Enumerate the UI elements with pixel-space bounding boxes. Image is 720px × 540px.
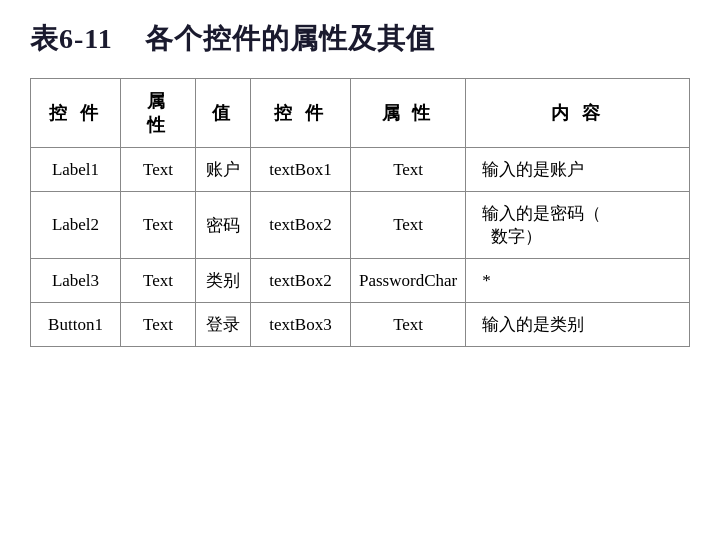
table-body: Label1Text账户textBox1Text输入的是账户Label2Text… (31, 148, 690, 347)
cell-attr: Text (121, 259, 196, 303)
cell-val: 密码 (196, 192, 251, 259)
properties-table: 控 件 属性 值 控 件 属 性 内 容 Label (30, 78, 690, 347)
table-row: Label3Text类别textBox2PasswordChar* (31, 259, 690, 303)
th-control2: 控 件 (251, 79, 351, 148)
cell-control: Label2 (31, 192, 121, 259)
cell-attr2: Text (351, 148, 466, 192)
cell-val: 登录 (196, 303, 251, 347)
cell-attr2: Text (351, 192, 466, 259)
table-row: Button1Text登录textBox3Text输入的是类别 (31, 303, 690, 347)
table-row: Label1Text账户textBox1Text输入的是账户 (31, 148, 690, 192)
title-label: 各个控件的属性及其值 (145, 23, 435, 54)
cell-control: Button1 (31, 303, 121, 347)
cell-val: 账户 (196, 148, 251, 192)
cell-attr2: Text (351, 303, 466, 347)
cell-attr: Text (121, 192, 196, 259)
table-row: Label2Text密码textBox2Text输入的是密码（ 数字） (31, 192, 690, 259)
title-prefix: 表6-11 (30, 23, 113, 54)
th-control: 控 件 (31, 79, 121, 148)
cell-control2: textBox1 (251, 148, 351, 192)
cell-content: 输入的是类别 (466, 303, 690, 347)
cell-content: * (466, 259, 690, 303)
cell-attr: Text (121, 303, 196, 347)
th-content: 内 容 (466, 79, 690, 148)
cell-content: 输入的是账户 (466, 148, 690, 192)
cell-control2: textBox3 (251, 303, 351, 347)
cell-control: Label3 (31, 259, 121, 303)
cell-val: 类别 (196, 259, 251, 303)
cell-attr: Text (121, 148, 196, 192)
page-title: 表6-11 各个控件的属性及其值 (30, 20, 690, 58)
table-header-row: 控 件 属性 值 控 件 属 性 内 容 (31, 79, 690, 148)
th-val: 值 (196, 79, 251, 148)
cell-content: 输入的是密码（ 数字） (466, 192, 690, 259)
th-attr2: 属 性 (351, 79, 466, 148)
cell-control2: textBox2 (251, 259, 351, 303)
cell-control: Label1 (31, 148, 121, 192)
cell-control2: textBox2 (251, 192, 351, 259)
th-attr: 属性 (121, 79, 196, 148)
page: 表6-11 各个控件的属性及其值 控 件 属性 值 控 件 属 性 (0, 0, 720, 540)
cell-attr2: PasswordChar (351, 259, 466, 303)
